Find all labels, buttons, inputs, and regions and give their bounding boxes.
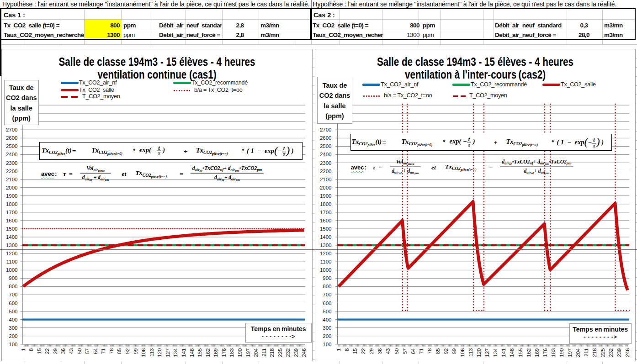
svg-text:1700: 1700 xyxy=(320,210,332,215)
svg-text:148: 148 xyxy=(189,348,195,357)
svg-text:197: 197 xyxy=(245,348,251,357)
svg-text:85: 85 xyxy=(435,348,441,354)
svg-text:1100: 1100 xyxy=(320,259,332,264)
svg-text:1500: 1500 xyxy=(6,226,18,232)
svg-text:15: 15 xyxy=(352,348,358,354)
svg-text:1800: 1800 xyxy=(320,201,332,207)
svg-text:2100: 2100 xyxy=(320,177,332,182)
svg-text:225: 225 xyxy=(277,348,283,357)
svg-text:2600: 2600 xyxy=(320,135,332,141)
svg-text:190: 190 xyxy=(559,348,564,357)
svg-text:211: 211 xyxy=(261,348,267,357)
svg-text:36: 36 xyxy=(377,348,382,354)
svg-text:239: 239 xyxy=(293,348,299,357)
svg-text:1600: 1600 xyxy=(6,218,18,223)
svg-text:246: 246 xyxy=(301,348,307,357)
svg-text:106: 106 xyxy=(141,348,146,357)
svg-text:300: 300 xyxy=(323,325,331,331)
svg-text:43: 43 xyxy=(385,348,391,354)
svg-text:2500: 2500 xyxy=(6,143,18,149)
svg-text:1400: 1400 xyxy=(320,234,332,240)
svg-text:100: 100 xyxy=(9,342,17,347)
svg-text:190: 190 xyxy=(237,348,243,357)
svg-text:218: 218 xyxy=(269,348,275,357)
svg-text:169: 169 xyxy=(534,348,540,357)
svg-text:218: 218 xyxy=(592,348,597,357)
svg-text:141: 141 xyxy=(181,348,186,357)
svg-text:900: 900 xyxy=(323,275,331,281)
svg-text:2600: 2600 xyxy=(6,135,18,141)
svg-text:183: 183 xyxy=(551,348,556,357)
svg-text:600: 600 xyxy=(9,301,17,306)
svg-text:800: 800 xyxy=(9,284,17,289)
svg-text:2000: 2000 xyxy=(320,185,332,190)
svg-text:400: 400 xyxy=(9,317,17,322)
svg-text:169: 169 xyxy=(213,348,218,357)
svg-text:99: 99 xyxy=(451,348,457,354)
svg-text:57: 57 xyxy=(402,348,408,354)
svg-text:246: 246 xyxy=(625,348,630,357)
svg-text:64: 64 xyxy=(410,348,416,354)
svg-text:43: 43 xyxy=(69,348,74,354)
svg-text:71: 71 xyxy=(419,348,424,354)
svg-text:239: 239 xyxy=(616,348,622,357)
svg-text:176: 176 xyxy=(221,348,227,357)
svg-text:1200: 1200 xyxy=(6,251,18,256)
svg-text:162: 162 xyxy=(205,348,211,357)
svg-text:64: 64 xyxy=(93,348,98,354)
svg-text:200: 200 xyxy=(323,333,331,339)
svg-text:200: 200 xyxy=(9,333,17,339)
svg-text:700: 700 xyxy=(9,292,17,297)
svg-text:50: 50 xyxy=(394,348,399,354)
svg-text:1400: 1400 xyxy=(6,234,18,240)
svg-text:8: 8 xyxy=(28,348,34,351)
svg-text:2000: 2000 xyxy=(6,185,18,190)
svg-text:92: 92 xyxy=(125,348,130,354)
svg-text:29: 29 xyxy=(369,348,374,354)
svg-text:15: 15 xyxy=(37,348,42,354)
svg-text:1300: 1300 xyxy=(320,243,332,248)
svg-text:225: 225 xyxy=(600,348,605,357)
svg-text:800: 800 xyxy=(323,284,331,289)
svg-text:1: 1 xyxy=(21,348,26,351)
svg-text:1000: 1000 xyxy=(320,267,332,273)
svg-text:113: 113 xyxy=(468,348,473,357)
svg-text:57: 57 xyxy=(85,348,90,354)
svg-text:204: 204 xyxy=(575,348,581,357)
svg-text:1300: 1300 xyxy=(6,243,18,248)
svg-text:85: 85 xyxy=(117,348,122,354)
svg-text:1800: 1800 xyxy=(6,201,18,207)
svg-text:134: 134 xyxy=(493,348,498,357)
svg-text:2400: 2400 xyxy=(320,152,332,157)
svg-text:155: 155 xyxy=(197,348,202,357)
svg-text:2300: 2300 xyxy=(320,160,332,166)
svg-text:120: 120 xyxy=(476,348,482,357)
svg-text:36: 36 xyxy=(60,348,66,354)
svg-text:127: 127 xyxy=(484,348,490,357)
svg-text:1500: 1500 xyxy=(320,226,332,232)
svg-text:120: 120 xyxy=(157,348,162,357)
svg-text:78: 78 xyxy=(427,348,432,354)
svg-text:232: 232 xyxy=(285,348,291,357)
svg-text:99: 99 xyxy=(133,348,138,354)
svg-text:22: 22 xyxy=(361,348,366,354)
svg-text:2100: 2100 xyxy=(6,177,18,182)
svg-text:500: 500 xyxy=(9,309,17,314)
svg-text:113: 113 xyxy=(149,348,154,357)
svg-text:78: 78 xyxy=(109,348,114,354)
svg-text:204: 204 xyxy=(253,348,259,357)
svg-text:400: 400 xyxy=(323,317,331,322)
svg-text:71: 71 xyxy=(101,348,106,354)
svg-text:50: 50 xyxy=(77,348,82,354)
svg-text:92: 92 xyxy=(443,348,449,354)
svg-text:1: 1 xyxy=(336,348,341,351)
svg-text:148: 148 xyxy=(509,348,515,357)
svg-text:300: 300 xyxy=(9,325,17,331)
svg-text:900: 900 xyxy=(9,275,17,281)
svg-text:2700: 2700 xyxy=(6,127,18,132)
svg-text:22: 22 xyxy=(44,348,50,354)
svg-text:2300: 2300 xyxy=(6,160,18,166)
svg-text:2400: 2400 xyxy=(6,152,18,157)
svg-text:1100: 1100 xyxy=(6,259,18,264)
svg-text:211: 211 xyxy=(584,348,589,357)
